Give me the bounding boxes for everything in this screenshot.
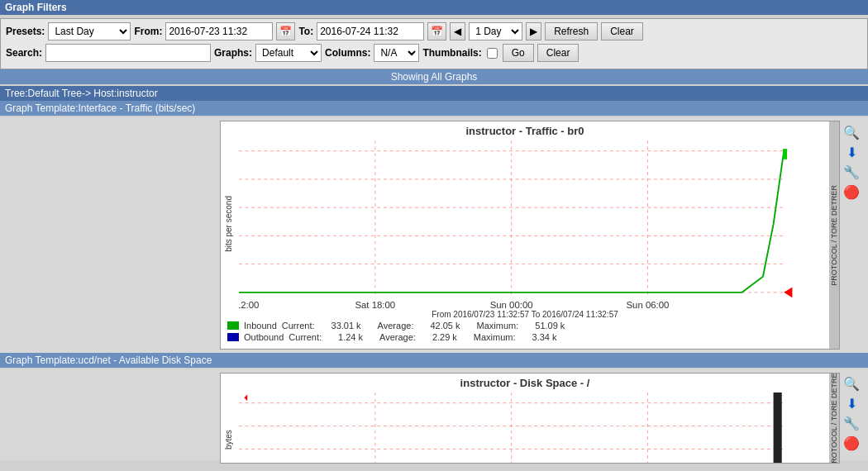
chart1-legend: Inbound Current: 33.01 k Average: 42.05 … [224, 319, 826, 345]
chart2-side-label: PROTOCOL / TORE DETRER [829, 373, 839, 463]
svg-rect-0 [239, 140, 826, 297]
outbound-maximum-val: 3.34 k [532, 332, 557, 342]
search-label: Search: [6, 47, 42, 59]
chart1-magnify-icon[interactable]: 🔍 [843, 124, 860, 140]
clear-button[interactable]: Clear [601, 22, 643, 40]
svg-text:Sat 12:00: Sat 12:00 [239, 300, 259, 308]
chart1-y-label: bits per second [224, 140, 239, 308]
graph-template-2-bar: Graph Template:ucd/net - Available Disk … [0, 353, 868, 368]
tree-value: Default Tree [28, 88, 82, 99]
tree-label: Tree: [5, 88, 28, 99]
presets-label: Presets: [6, 26, 45, 37]
thumbnails-label: Thumbnails: [422, 47, 481, 59]
outbound-maximum-label: Maximum: [474, 332, 516, 342]
tree-separator: -> [82, 88, 93, 99]
svg-rect-35 [774, 392, 782, 464]
step-select[interactable]: 1 Day [469, 22, 522, 40]
chart1-grid: 50 k 40 k 30 k 20 k 10 k 0 Sat 12:00 Sat… [239, 140, 826, 308]
refresh-button[interactable]: Refresh [545, 22, 598, 40]
inbound-maximum-val: 51.09 k [535, 321, 565, 331]
graph-template-2-value: ucd/net - Available Disk Space [79, 354, 212, 366]
graph-template-1-bar: Graph Template:Interface - Traffic (bits… [0, 101, 868, 116]
svg-rect-21 [783, 149, 787, 159]
outbound-average-label: Average: [379, 332, 416, 342]
graph-1-row: instructor - Traffic - br0 bits per seco… [0, 117, 868, 353]
to-calendar-button[interactable]: 📅 [427, 22, 446, 40]
svg-text:Sat 18:00: Sat 18:00 [355, 300, 395, 308]
svg-text:Sun 06:00: Sun 06:00 [626, 300, 669, 308]
chart2-icons: 🔍 ⬇ 🔧 🔴 [840, 373, 863, 455]
outbound-name: Outbound [244, 332, 284, 342]
graph-template-1-label: Graph Template: [5, 102, 79, 114]
outbound-current-val: 1.24 k [338, 332, 363, 342]
graph-template-2-label: Graph Template: [5, 354, 79, 366]
tree-host-bar: Tree:Default Tree-> Host:instructor [0, 86, 868, 101]
chart2-wrench-icon[interactable]: 🔧 [843, 416, 860, 432]
chart1-title: instructor - Traffic - br0 [224, 125, 826, 137]
next-nav-button[interactable]: ▶ [526, 22, 541, 40]
inbound-average-label: Average: [378, 321, 414, 331]
graph-filters-title: Graph Filters [0, 0, 868, 15]
prev-nav-button[interactable]: ◀ [450, 22, 465, 40]
showing-bar: Showing All Graphs [0, 69, 868, 84]
chart2-download-icon[interactable]: ⬇ [843, 396, 860, 412]
graphs-label: Graphs: [214, 47, 252, 59]
inbound-name: Inbound [244, 321, 277, 331]
chart1-side-label: PROTOCOL / TORE DETRER [829, 121, 839, 349]
host-label: Host: [93, 88, 117, 99]
outbound-average-val: 2.29 k [432, 332, 457, 342]
graph-filters-panel: Graph Filters Presets: Last Day From: 📅 … [0, 0, 868, 69]
chart2-svg: 100 G 80 G 60 G 40 G [239, 392, 826, 464]
thumbnails-checkbox[interactable] [487, 48, 498, 59]
clear2-button[interactable]: Clear [537, 44, 579, 62]
chart1-wrench-icon[interactable]: 🔧 [843, 164, 860, 180]
chart2-delete-icon[interactable]: 🔴 [843, 435, 860, 452]
from-calendar-button[interactable]: 📅 [276, 22, 295, 40]
to-input[interactable] [317, 22, 424, 40]
inbound-color [227, 321, 239, 330]
chart1-icons: 🔍 ⬇ 🔧 🔴 [840, 121, 863, 203]
chart1-from-to: From 2016/07/23 11:32:57 To 2016/07/24 1… [224, 310, 826, 319]
columns-select[interactable]: N/A [374, 44, 419, 62]
inbound-average-val: 42.05 k [430, 321, 460, 331]
graph-1-container: instructor - Traffic - br0 bits per seco… [220, 121, 840, 350]
inbound-current-val: 33.01 k [331, 321, 361, 331]
chart1-svg: 50 k 40 k 30 k 20 k 10 k 0 Sat 12:00 Sat… [239, 140, 826, 308]
go-button[interactable]: Go [503, 44, 534, 62]
svg-text:Sun 00:00: Sun 00:00 [490, 300, 533, 308]
chart1-download-icon[interactable]: ⬇ [843, 144, 860, 160]
outbound-color [227, 333, 239, 341]
chart2-magnify-icon[interactable]: 🔍 [843, 376, 860, 392]
from-label: From: [134, 26, 162, 37]
search-input[interactable] [45, 44, 211, 62]
chart1-delete-icon[interactable]: 🔴 [843, 183, 860, 200]
presets-select[interactable]: Last Day [48, 22, 131, 40]
chart2-title: instructor - Disk Space - / [224, 377, 826, 389]
chart2-grid: 100 G 80 G 60 G 40 G [239, 392, 826, 464]
to-label: To: [298, 26, 313, 37]
graphs-select[interactable]: Default [255, 44, 322, 62]
outbound-current-label: Current: [289, 332, 322, 342]
graph-2-container: instructor - Disk Space - / bytes [220, 373, 840, 464]
graph-template-1-value: Interface - Traffic (bits/sec) [79, 102, 196, 114]
chart2-y-label: bytes [224, 392, 239, 464]
inbound-current-label: Current: [282, 321, 315, 331]
columns-label: Columns: [325, 47, 370, 59]
from-input[interactable] [165, 22, 273, 40]
host-value: instructor [117, 88, 157, 99]
graph-2-row: instructor - Disk Space - / bytes [0, 369, 868, 460]
inbound-maximum-label: Maximum: [477, 321, 519, 331]
